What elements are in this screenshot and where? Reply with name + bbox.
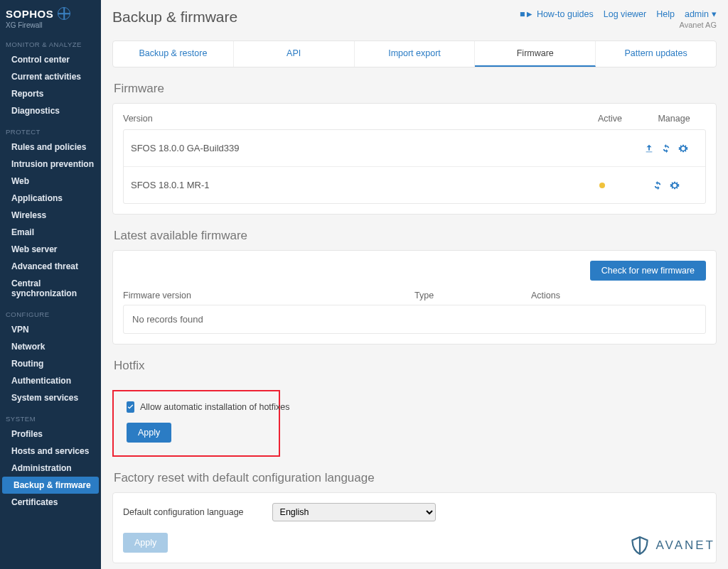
hotfix-label: Allow automatic installation of hotfixes [140, 402, 290, 412]
latest-panel: Check for new firmware Firmware version … [112, 250, 717, 345]
nav-item[interactable]: Hosts and services [0, 443, 101, 460]
header-links: ■►How-to guides Log viewer Help admin ▾ [520, 9, 717, 19]
nav-item[interactable]: Rules and policies [0, 139, 101, 156]
col-version: Version [123, 114, 578, 124]
main-content: Backup & firmware ■►How-to guides Log vi… [101, 0, 728, 569]
col-type: Type [414, 291, 531, 300]
col-fwversion: Firmware version [123, 291, 414, 300]
hotfix-checkbox[interactable] [127, 401, 134, 413]
factory-apply-button[interactable]: Apply [123, 533, 168, 553]
latest-empty: No records found [123, 305, 706, 334]
hotfix-panel: Allow automatic installation of hotfixes… [112, 380, 717, 457]
admin-menu[interactable]: admin ▾ [685, 9, 717, 19]
nav-item[interactable]: Backup & firmware [2, 477, 99, 494]
firmware-row: SFOS 18.0.1 MR-1 [124, 166, 705, 203]
tabs: Backup & restoreAPIImport exportFirmware… [112, 40, 717, 67]
language-select[interactable]: English [272, 503, 436, 521]
hotfix-highlight: Allow automatic installation of hotfixes… [112, 390, 280, 457]
tab[interactable]: Backup & restore [113, 41, 234, 67]
factory-label: Default configuration language [123, 507, 244, 517]
nav-item[interactable]: Web [0, 173, 101, 190]
nav-item[interactable]: Email [0, 224, 101, 241]
col-active: Active [578, 114, 642, 124]
brand-icon [58, 7, 70, 20]
nav-item[interactable]: Central synchronization [0, 275, 101, 302]
tab[interactable]: Import export [355, 41, 476, 67]
company-label: Avanet AG [520, 21, 717, 29]
nav-item[interactable]: Administration [0, 460, 101, 477]
nav-item[interactable]: Wireless [0, 207, 101, 224]
firmware-panel: Version Active Manage SFOS 18.0.0 GA-Bui… [112, 103, 717, 215]
hotfix-section-title: Hotfix [114, 359, 717, 373]
page-title: Backup & firmware [112, 9, 237, 26]
logviewer-link[interactable]: Log viewer [604, 9, 646, 19]
nav-item[interactable]: System services [0, 389, 101, 406]
nav-item[interactable]: Web server [0, 241, 101, 258]
nav-item[interactable]: Routing [0, 355, 101, 372]
fw-manage [634, 143, 698, 153]
brand-name: SOPHOS [6, 8, 53, 20]
avanet-watermark: AVANET [629, 535, 716, 556]
video-icon: ■► [520, 9, 534, 19]
howto-link[interactable]: ■►How-to guides [520, 9, 594, 19]
latest-section-title: Latest available firmware [114, 229, 717, 243]
nav-item[interactable]: Control center [0, 51, 101, 68]
nav-item[interactable]: Profiles [0, 426, 101, 443]
col-actions: Actions [531, 291, 706, 300]
nav-item[interactable]: Certificates [0, 494, 101, 511]
nav-item[interactable]: Diagnostics [0, 102, 101, 119]
fw-version: SFOS 18.0.0 GA-Build339 [131, 143, 570, 153]
tab[interactable]: API [234, 41, 355, 67]
nav-item[interactable]: Current activities [0, 68, 101, 85]
tab[interactable]: Firmware [475, 41, 596, 67]
fw-active [570, 183, 634, 188]
avanet-shield-icon [629, 535, 651, 556]
gear-icon[interactable] [678, 143, 688, 153]
help-link[interactable]: Help [656, 9, 675, 19]
fw-version: SFOS 18.0.1 MR-1 [131, 180, 570, 190]
nav-group-header: PROTECT [0, 119, 101, 139]
logo-block: SOPHOS XG Firewall [0, 0, 101, 32]
factory-panel: Default configuration language English A… [112, 492, 717, 563]
refresh-icon[interactable] [661, 143, 671, 153]
gear-icon[interactable] [670, 180, 680, 190]
upload-icon[interactable] [644, 143, 654, 153]
firmware-row: SFOS 18.0.0 GA-Build339 [124, 130, 705, 166]
caret-down-icon: ▾ [712, 9, 717, 19]
nav-item[interactable]: Network [0, 338, 101, 355]
col-manage: Manage [642, 114, 706, 124]
check-icon [127, 403, 134, 411]
nav-group-header: SYSTEM [0, 406, 101, 426]
hotfix-apply-button[interactable]: Apply [127, 423, 171, 443]
sidebar: SOPHOS XG Firewall MONITOR & ANALYZECont… [0, 0, 101, 569]
nav-item[interactable]: Applications [0, 190, 101, 207]
factory-section-title: Factory reset with default configuration… [114, 471, 717, 485]
nav-item[interactable]: Intrusion prevention [0, 156, 101, 173]
nav-item[interactable]: VPN [0, 321, 101, 338]
brand-sub: XG Firewall [6, 21, 95, 29]
active-dot-icon [599, 183, 605, 188]
check-firmware-button[interactable]: Check for new firmware [590, 261, 706, 281]
nav-item[interactable]: Reports [0, 85, 101, 102]
refresh-icon[interactable] [653, 180, 663, 190]
firmware-section-title: Firmware [114, 82, 717, 96]
nav-group-header: MONITOR & ANALYZE [0, 32, 101, 51]
tab[interactable]: Pattern updates [596, 41, 716, 67]
nav-group-header: CONFIGURE [0, 302, 101, 321]
nav-item[interactable]: Authentication [0, 372, 101, 389]
nav-item[interactable]: Advanced threat [0, 258, 101, 275]
fw-manage [634, 180, 698, 190]
